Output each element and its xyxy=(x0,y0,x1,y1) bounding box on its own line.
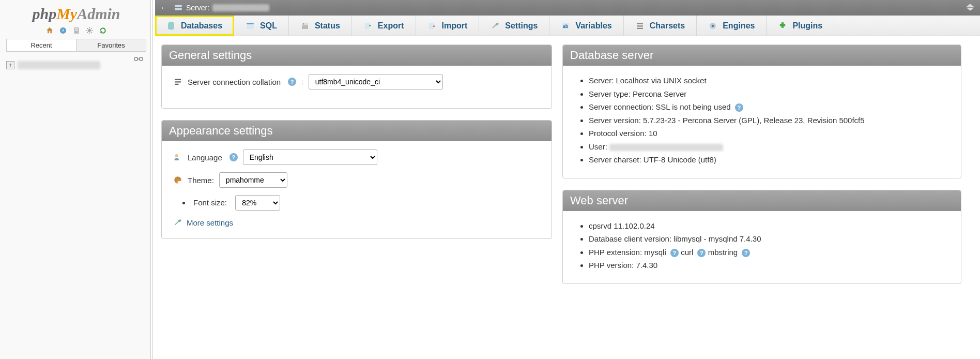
server-name xyxy=(212,4,269,11)
svg-rect-18 xyxy=(175,8,182,10)
server-tabs: Databases SQL Status Export Import Setti… xyxy=(155,16,980,36)
webserver-info-list: cpsrvd 11.102.0.24 Database client versi… xyxy=(589,219,950,272)
server-icon xyxy=(174,3,183,12)
language-select[interactable]: English xyxy=(243,149,377,165)
tab-sql[interactable]: SQL xyxy=(234,16,289,36)
svg-point-24 xyxy=(303,23,304,24)
expand-icon[interactable]: + xyxy=(6,61,14,69)
engines-icon xyxy=(708,21,717,31)
logout-icon[interactable]: ? xyxy=(57,26,69,34)
collation-select[interactable]: utf8mb4_unicode_ci xyxy=(309,74,443,89)
tab-import-label: Import xyxy=(442,21,468,31)
settings-icon[interactable] xyxy=(84,26,95,34)
svg-line-12 xyxy=(87,32,88,33)
info-item: cpsrvd 11.102.0.24 xyxy=(589,219,950,233)
docs-icon[interactable] xyxy=(71,26,82,34)
svg-point-37 xyxy=(175,154,178,157)
sidebar-tab-recent[interactable]: Recent xyxy=(7,39,76,51)
svg-rect-36 xyxy=(175,84,179,85)
panel-general-settings: General settings Server connection colla… xyxy=(161,44,552,109)
plugin-icon xyxy=(778,21,787,31)
info-item: Database client version: libmysql - mysq… xyxy=(589,232,950,246)
panel-dbserver-title: Database server xyxy=(563,45,961,66)
tab-import[interactable]: Import xyxy=(416,16,480,36)
svg-rect-34 xyxy=(175,79,181,80)
info-item: User: xyxy=(589,140,950,154)
tab-variables[interactable]: ab Variables xyxy=(549,16,623,36)
more-settings-link[interactable]: More settings xyxy=(173,218,540,227)
tab-export-label: Export xyxy=(378,21,404,31)
info-item: Protocol version: 10 xyxy=(589,127,950,140)
help-icon[interactable]: ? xyxy=(735,103,743,112)
server-breadcrumb: ← Server: xyxy=(155,0,980,16)
status-icon xyxy=(300,21,310,31)
svg-rect-35 xyxy=(175,81,181,82)
fontsize-select[interactable]: 82% xyxy=(235,195,280,211)
info-item: Server connection: SSL is not being used… xyxy=(589,100,950,114)
collation-label: Server connection collation xyxy=(188,78,281,86)
link-icon[interactable] xyxy=(134,56,143,64)
svg-line-11 xyxy=(91,32,92,33)
svg-rect-29 xyxy=(637,23,643,24)
sidebar-tab-favorites[interactable]: Favorites xyxy=(76,39,146,51)
svg-line-13 xyxy=(91,28,92,29)
tab-databases-label: Databases xyxy=(181,21,222,31)
svg-rect-3 xyxy=(75,28,78,29)
panel-appearance-settings: Appearance settings Language ? English T… xyxy=(161,120,552,239)
svg-rect-16 xyxy=(137,58,140,59)
help-icon[interactable]: ? xyxy=(697,249,706,257)
panel-web-server: Web server cpsrvd 11.102.0.24 Database c… xyxy=(562,190,961,284)
info-item: PHP version: 7.4.30 xyxy=(589,259,950,272)
language-label: Language xyxy=(188,153,222,162)
tab-engines-label: Engines xyxy=(723,21,755,31)
export-icon xyxy=(363,21,373,31)
info-item: Server charset: UTF-8 Unicode (utf8) xyxy=(589,153,950,167)
svg-rect-4 xyxy=(75,29,78,30)
help-icon[interactable]: ? xyxy=(229,153,238,161)
help-icon[interactable]: ? xyxy=(742,249,750,257)
help-icon[interactable]: ? xyxy=(670,249,679,257)
panel-database-server: Database server Server: Localhost via UN… xyxy=(562,44,961,178)
tab-charsets-label: Charsets xyxy=(650,21,685,31)
tab-variables-label: Variables xyxy=(575,21,611,31)
theme-icon xyxy=(173,175,182,185)
tab-settings[interactable]: Settings xyxy=(479,16,549,36)
collapse-icon[interactable] xyxy=(966,4,975,12)
import-icon xyxy=(427,21,437,31)
svg-point-38 xyxy=(175,178,176,180)
tab-charsets[interactable]: Charsets xyxy=(624,16,697,36)
more-settings-label: More settings xyxy=(187,218,233,227)
server-label: Server: xyxy=(186,4,209,12)
tab-databases[interactable]: Databases xyxy=(155,16,234,36)
svg-line-10 xyxy=(87,28,88,29)
info-item: Server version: 5.7.23-23 - Percona Serv… xyxy=(589,114,950,127)
svg-text:ab: ab xyxy=(563,23,569,28)
back-icon[interactable]: ← xyxy=(160,4,167,12)
info-item: Server: Localhost via UNIX socket xyxy=(589,74,950,87)
charsets-icon xyxy=(635,21,645,31)
home-icon[interactable] xyxy=(44,26,55,34)
tab-status-label: Status xyxy=(315,21,340,31)
svg-rect-30 xyxy=(637,25,643,26)
tab-engines[interactable]: Engines xyxy=(697,16,767,36)
theme-select[interactable]: pmahomme xyxy=(219,172,287,188)
tab-plugins[interactable]: Plugins xyxy=(767,16,834,36)
svg-point-5 xyxy=(88,29,90,32)
fontsize-label: Font size: xyxy=(193,198,227,207)
svg-point-39 xyxy=(177,177,178,178)
tab-settings-label: Settings xyxy=(505,21,538,31)
theme-label: Theme: xyxy=(188,176,214,185)
collation-icon xyxy=(173,77,182,86)
main-area: ← Server: Databases SQL Status Export Im… xyxy=(155,0,980,359)
sql-icon xyxy=(246,21,255,31)
wrench-icon xyxy=(491,21,500,31)
tab-export[interactable]: Export xyxy=(352,16,416,36)
tab-status[interactable]: Status xyxy=(289,16,352,36)
language-icon xyxy=(173,153,182,162)
database-node[interactable] xyxy=(18,61,100,69)
svg-rect-21 xyxy=(247,23,254,24)
sidebar-resize-handle[interactable] xyxy=(150,0,152,359)
help-icon[interactable]: ? xyxy=(288,78,296,86)
reload-icon[interactable] xyxy=(97,26,109,34)
svg-rect-22 xyxy=(302,25,308,29)
